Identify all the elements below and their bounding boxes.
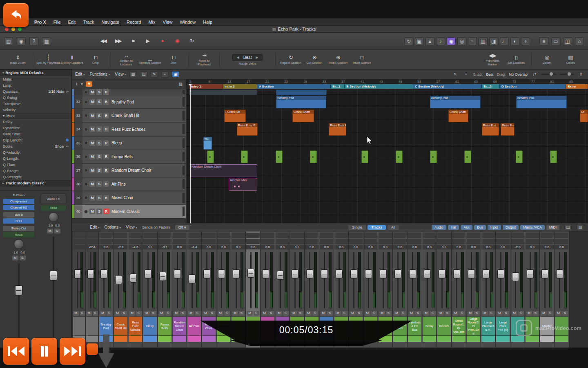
track-solo-button[interactable]: S [96, 113, 102, 119]
sends-mode-select[interactable]: Off ▾ [175, 225, 189, 230]
fader-handle[interactable] [424, 269, 431, 278]
region-clip[interactable] [276, 90, 327, 95]
strip-name[interactable] [73, 317, 85, 335]
track-mute-button[interactable]: M [89, 195, 95, 201]
strip-sends-slot[interactable] [217, 239, 230, 244]
mixer-strip-8[interactable]: 0.0 M S Mixed Choir [202, 231, 216, 348]
library-icon[interactable]: ▤ [4, 37, 13, 45]
track-solo-button[interactable]: S [96, 140, 102, 146]
param-gate-time[interactable]: Gate Time: [0, 131, 71, 137]
pencil-tool-icon[interactable]: ✎ [151, 71, 158, 77]
marker-extro[interactable]: Extro [566, 84, 588, 89]
strip-input-slot[interactable] [540, 233, 554, 238]
fader-handle[interactable] [453, 269, 460, 278]
drag-value[interactable]: No Overlap [509, 72, 528, 76]
strip-mute-button[interactable]: M [144, 311, 150, 316]
fader-handle[interactable] [218, 269, 225, 278]
track-header-ress-fuzz-echoes[interactable]: 34 M S R Ress Fuzz Echoes [72, 123, 186, 136]
strip-name[interactable] [86, 317, 98, 335]
strip-input-slot[interactable] [202, 233, 216, 238]
fader-handle[interactable] [321, 269, 328, 278]
add-track-button[interactable]: + [75, 81, 78, 87]
strip-input-slot[interactable] [437, 233, 451, 238]
strip-input-slot[interactable] [276, 233, 289, 238]
strip-sends-slot[interactable] [408, 239, 421, 244]
region-clip[interactable] [310, 150, 317, 163]
strip-mute-button[interactable]: M [365, 311, 370, 316]
strip-mute-button[interactable]: M [350, 311, 356, 316]
strip-volume-fader[interactable] [246, 250, 260, 310]
track-mute-button[interactable]: M [89, 126, 95, 132]
strip-volume-fader[interactable] [334, 250, 348, 310]
hide-tracks-button[interactable]: H [86, 81, 92, 87]
track-header-mixed-choir[interactable]: 39 M S R Mixed Choir [72, 191, 186, 205]
toolbar-split-by-locators[interactable]: ‖Split by Locators [60, 54, 84, 65]
strip-input-slot[interactable] [232, 233, 245, 238]
strip-input-slot[interactable] [511, 233, 524, 238]
sync-icon[interactable]: ≈ [468, 37, 477, 45]
strip-volume-fader[interactable] [261, 250, 274, 310]
mixer-menu-view[interactable]: View ▾ [126, 225, 137, 229]
toolbar-stretch-to-locators[interactable]: ↔Stretch to Locators [114, 52, 138, 66]
strip-input-slot[interactable] [379, 233, 392, 238]
menu-pro-x[interactable]: Pro X [34, 20, 46, 25]
strip-input-slot[interactable] [173, 233, 186, 238]
toolbar-cut-section[interactable]: ⊗Cut Section [303, 54, 326, 65]
track-onoff-icon[interactable] [84, 155, 88, 159]
master-volume-icon[interactable]: ♪ [436, 37, 445, 45]
strip-volume-fader[interactable] [276, 250, 289, 310]
stop-button[interactable]: ■ [127, 36, 138, 46]
channel-volume-fader[interactable] [41, 235, 66, 341]
strip-volume-fader[interactable] [408, 250, 421, 310]
strip-mute-button[interactable]: M [174, 311, 179, 316]
strip-solo-button[interactable]: S [298, 311, 303, 316]
track-record-button[interactable]: R [103, 99, 109, 105]
channel-solo-button[interactable]: S [20, 256, 26, 260]
fader-handle[interactable] [468, 269, 475, 278]
strip-volume-fader[interactable] [187, 250, 201, 310]
toolbar-move-to-playhead[interactable]: ⇥Move to Playhead [192, 52, 216, 66]
strip-input-slot[interactable] [408, 233, 421, 238]
track-header-modern-classic[interactable]: 40 M S R Modern Classic [72, 205, 186, 218]
strip-solo-button[interactable]: S [165, 311, 171, 316]
track-header-options-icon[interactable]: ▨ [179, 82, 183, 86]
strip-solo-button[interactable]: S [503, 311, 509, 316]
collapse-icon[interactable]: ⇕ [577, 71, 585, 77]
strip-input-slot[interactable] [423, 233, 436, 238]
toolbar-colors[interactable]: ▧Colors [559, 54, 582, 65]
strip-solo-button[interactable]: S [415, 311, 421, 316]
strip-mute-button[interactable]: M [453, 311, 459, 316]
solo-icon[interactable]: ◎ [457, 37, 466, 45]
strip-sends-slot[interactable] [158, 239, 172, 244]
capture-recording-button[interactable]: ◉ [172, 36, 182, 46]
strip-sends-slot[interactable] [393, 239, 407, 244]
strip-mute-button[interactable]: M [335, 311, 341, 316]
strip-input-slot[interactable] [187, 233, 201, 238]
strip-sends-slot[interactable] [467, 239, 480, 244]
tutorial-next-button[interactable] [60, 338, 85, 365]
tutorial-previous-button[interactable] [3, 338, 29, 365]
strip-solo-button[interactable]: S [562, 311, 568, 316]
track-header-bleep[interactable]: 35 M S R Bleep [72, 137, 186, 150]
strip-input-slot[interactable] [158, 233, 172, 238]
audio-fx-slot[interactable]: Audio FX [41, 193, 66, 204]
inspector-icon[interactable]: ◉ [17, 37, 26, 45]
add-track-icon[interactable]: + [462, 71, 470, 77]
strip-solo-button[interactable]: S [239, 311, 245, 316]
strip-solo-button[interactable]: S [180, 311, 186, 316]
mixer-strip-23[interactable]: 0.0 M S Delay [422, 231, 437, 348]
strip-name[interactable]: Large Plate/4.6s P.. [481, 317, 495, 335]
strip-sends-slot[interactable] [290, 239, 304, 244]
region-clip-breathy-pad[interactable]: Breathy Pad [516, 96, 567, 108]
toolbar-toggle-icon[interactable]: ≡ [539, 37, 548, 45]
strip-input-slot[interactable] [73, 233, 85, 238]
strip-solo-button[interactable]: S [121, 311, 127, 316]
strip-sends-slot[interactable] [496, 239, 510, 244]
tutorial-pause-button[interactable] [31, 338, 57, 365]
strip-solo-button[interactable]: S [195, 311, 200, 316]
strip-name[interactable]: Random Dream Choir [173, 317, 186, 335]
strip-mute-button[interactable]: M [218, 311, 223, 316]
toolbar-insert-section[interactable]: ⊕Insert Section [326, 54, 350, 65]
param-q-length[interactable]: Q-Length: [0, 155, 71, 162]
strip-sends-slot[interactable] [540, 239, 554, 244]
